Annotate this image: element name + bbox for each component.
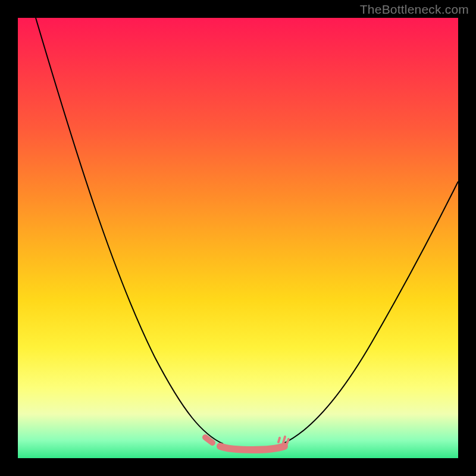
optimal-range-marker-left-dash [205, 437, 212, 443]
curve-layer [18, 18, 458, 458]
chart-frame: TheBottleneck.com [0, 0, 476, 476]
optimal-range-marker-ticks [278, 437, 289, 444]
plot-area [18, 18, 458, 458]
optimal-range-marker [220, 446, 284, 450]
curve-left [36, 18, 223, 444]
watermark-text: TheBottleneck.com [360, 2, 469, 17]
curve-right [283, 181, 458, 444]
